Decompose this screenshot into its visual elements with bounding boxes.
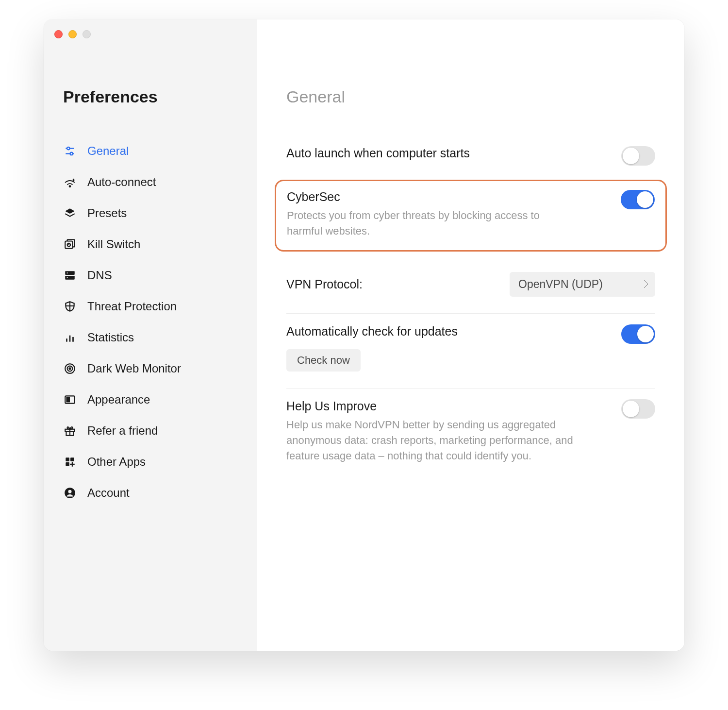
sidebar-item-label: Other Apps bbox=[87, 455, 146, 469]
sidebar-item-account[interactable]: Account bbox=[63, 477, 238, 508]
check-now-button[interactable]: Check now bbox=[286, 349, 361, 372]
wifi-sparkle-icon bbox=[63, 175, 77, 189]
cybersec-desc: Protects you from cyber threats by block… bbox=[287, 208, 559, 239]
sidebar-item-threat-protection[interactable]: Threat Protection bbox=[63, 291, 238, 322]
improve-desc: Help us make NordVPN better by sending u… bbox=[286, 417, 578, 464]
svg-point-11 bbox=[67, 277, 68, 278]
svg-rect-8 bbox=[65, 271, 75, 275]
preferences-window: Preferences General Auto-connect Presets… bbox=[44, 19, 684, 651]
sidebar-item-appearance[interactable]: Appearance bbox=[63, 384, 238, 415]
sidebar-item-label: Appearance bbox=[87, 393, 150, 406]
setting-updates: Automatically check for updates Check no… bbox=[286, 314, 655, 389]
main-panel: General Auto launch when computer starts… bbox=[257, 19, 684, 651]
sidebar-item-label: Dark Web Monitor bbox=[87, 362, 181, 375]
sidebar: Preferences General Auto-connect Presets… bbox=[44, 19, 257, 651]
sidebar-item-label: Auto-connect bbox=[87, 175, 156, 189]
sidebar-item-auto-connect[interactable]: Auto-connect bbox=[63, 167, 238, 198]
autolaunch-toggle[interactable] bbox=[621, 146, 655, 166]
bar-chart-icon bbox=[63, 331, 77, 344]
close-window-button[interactable] bbox=[54, 30, 63, 38]
protocol-select[interactable]: OpenVPN (UDP) bbox=[510, 272, 655, 297]
setting-autolaunch: Auto launch when computer starts bbox=[286, 135, 655, 177]
sidebar-item-label: DNS bbox=[87, 269, 112, 282]
svg-point-30 bbox=[68, 490, 72, 493]
autolaunch-title: Auto launch when computer starts bbox=[286, 146, 612, 160]
svg-point-2 bbox=[67, 147, 69, 150]
sliders-icon bbox=[63, 144, 77, 158]
server-icon bbox=[63, 269, 77, 282]
shield-icon bbox=[63, 300, 77, 313]
svg-rect-23 bbox=[66, 457, 69, 461]
improve-title: Help Us Improve bbox=[286, 399, 612, 413]
svg-rect-19 bbox=[67, 398, 69, 402]
gift-icon bbox=[63, 424, 77, 438]
sidebar-item-label: Refer a friend bbox=[87, 424, 158, 438]
sidebar-item-label: Kill Switch bbox=[87, 237, 140, 251]
apps-grid-icon bbox=[63, 455, 77, 469]
updates-title: Automatically check for updates bbox=[286, 324, 612, 338]
layers-icon bbox=[63, 206, 77, 220]
cybersec-highlight: CyberSec Protects you from cyber threats… bbox=[275, 180, 667, 252]
minimize-window-button[interactable] bbox=[68, 30, 77, 38]
sidebar-item-label: Threat Protection bbox=[87, 300, 177, 313]
sidebar-item-presets[interactable]: Presets bbox=[63, 198, 238, 229]
svg-point-3 bbox=[70, 152, 73, 155]
sidebar-item-label: General bbox=[87, 144, 129, 158]
protocol-label: VPN Protocol: bbox=[286, 277, 363, 291]
sidebar-item-label: Account bbox=[87, 486, 130, 500]
sidebar-item-other-apps[interactable]: Other Apps bbox=[63, 446, 238, 477]
sidebar-item-statistics[interactable]: Statistics bbox=[63, 322, 238, 353]
svg-point-17 bbox=[69, 368, 70, 369]
updates-toggle[interactable] bbox=[621, 324, 655, 344]
kill-switch-icon bbox=[63, 237, 77, 251]
setting-help-improve: Help Us Improve Help us make NordVPN bet… bbox=[286, 389, 655, 475]
sidebar-title: Preferences bbox=[63, 87, 238, 106]
improve-toggle[interactable] bbox=[621, 399, 655, 419]
appearance-icon bbox=[63, 393, 77, 406]
sidebar-item-dark-web-monitor[interactable]: Dark Web Monitor bbox=[63, 353, 238, 384]
sidebar-item-label: Statistics bbox=[87, 331, 134, 344]
svg-rect-9 bbox=[65, 276, 75, 280]
cybersec-toggle[interactable] bbox=[621, 190, 655, 209]
svg-point-4 bbox=[69, 186, 71, 187]
sidebar-item-refer-a-friend[interactable]: Refer a friend bbox=[63, 415, 238, 446]
sidebar-item-dns[interactable]: DNS bbox=[63, 260, 238, 291]
setting-vpn-protocol: VPN Protocol: OpenVPN (UDP) bbox=[286, 259, 655, 314]
svg-rect-24 bbox=[70, 457, 74, 461]
cybersec-title: CyberSec bbox=[287, 190, 611, 204]
fullscreen-window-button[interactable] bbox=[83, 30, 91, 38]
sidebar-item-kill-switch[interactable]: Kill Switch bbox=[63, 229, 238, 260]
svg-point-10 bbox=[67, 272, 68, 273]
svg-rect-25 bbox=[66, 462, 69, 466]
target-icon bbox=[63, 362, 77, 375]
sidebar-item-general[interactable]: General bbox=[63, 135, 238, 167]
account-icon bbox=[63, 486, 77, 500]
protocol-value: OpenVPN (UDP) bbox=[518, 278, 603, 290]
main-heading: General bbox=[286, 87, 655, 106]
window-controls bbox=[54, 30, 91, 38]
sidebar-item-label: Presets bbox=[87, 206, 127, 220]
setting-cybersec: CyberSec Protects you from cyber threats… bbox=[287, 190, 655, 239]
